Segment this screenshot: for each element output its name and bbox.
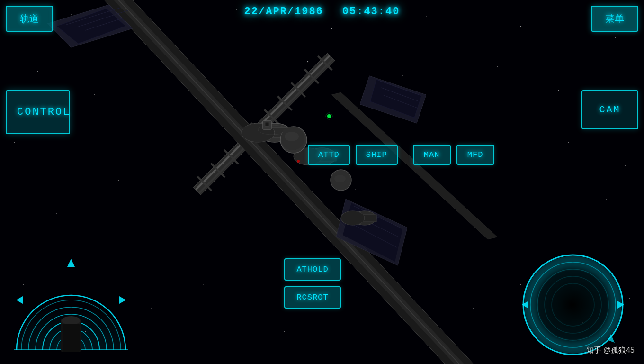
svg-point-17 [14, 142, 15, 143]
menu-button-container: 菜单 [591, 6, 638, 32]
svg-point-71 [297, 160, 300, 163]
attd-button[interactable]: ATTD [308, 145, 350, 165]
man-button[interactable]: MAN [413, 145, 451, 165]
svg-point-9 [615, 37, 616, 38]
svg-point-15 [497, 66, 498, 67]
svg-point-14 [402, 75, 402, 76]
svg-point-18 [56, 213, 57, 214]
ship-button[interactable]: SHIP [356, 145, 398, 165]
svg-point-20 [568, 142, 569, 143]
svg-point-94 [62, 316, 80, 325]
svg-point-29 [355, 189, 356, 190]
cam-button[interactable]: CAM [581, 90, 638, 129]
svg-point-31 [203, 284, 204, 284]
svg-point-32 [284, 331, 285, 332]
svg-point-68 [334, 175, 346, 182]
orbit-button-container: 轨道 [6, 6, 53, 32]
svg-point-69 [327, 114, 331, 118]
svg-point-6 [426, 16, 426, 17]
svg-marker-90 [16, 296, 23, 304]
left-joystick[interactable] [9, 250, 133, 355]
svg-point-19 [118, 180, 119, 181]
control-button[interactable]: CONTROL [6, 90, 70, 134]
svg-point-11 [94, 94, 95, 95]
svg-marker-89 [67, 259, 75, 267]
middle-button-row: ATTD SHIP MAN MFD [308, 145, 494, 165]
svg-point-10 [37, 71, 38, 72]
date-display: 22/APR/1986 [244, 6, 323, 18]
svg-rect-87 [265, 122, 269, 126]
svg-point-7 [520, 26, 521, 27]
svg-point-5 [331, 28, 332, 29]
svg-point-13 [307, 61, 308, 62]
svg-point-30 [260, 237, 261, 237]
svg-point-34 [473, 308, 474, 309]
svg-point-21 [606, 199, 607, 200]
mfd-button[interactable]: MFD [456, 145, 494, 165]
menu-button[interactable]: 菜单 [591, 6, 638, 32]
right-joystick[interactable] [511, 250, 635, 355]
svg-marker-91 [119, 296, 126, 304]
svg-point-2 [71, 14, 72, 15]
svg-point-16 [558, 90, 559, 91]
svg-point-22 [625, 165, 626, 166]
svg-point-66 [285, 132, 299, 141]
svg-point-25 [151, 308, 152, 309]
svg-point-84 [341, 211, 365, 225]
rcsrot-button[interactable]: RCSROT [284, 286, 341, 309]
cam-panel: CAM [581, 90, 638, 129]
orbit-button[interactable]: 轨道 [6, 6, 53, 32]
top-bar: 22/APR/1986 05:43:40 [244, 6, 400, 18]
watermark: 知乎 @孤狼45 [586, 346, 635, 355]
svg-rect-95 [63, 324, 80, 352]
svg-point-4 [236, 9, 237, 10]
svg-point-101 [524, 256, 622, 354]
time-display: 05:43:40 [342, 6, 400, 18]
athold-button[interactable]: ATHOLD [284, 258, 341, 281]
bottom-button-column: ATHOLD RCSROT [284, 258, 341, 309]
control-panel: CONTROL [6, 90, 70, 134]
